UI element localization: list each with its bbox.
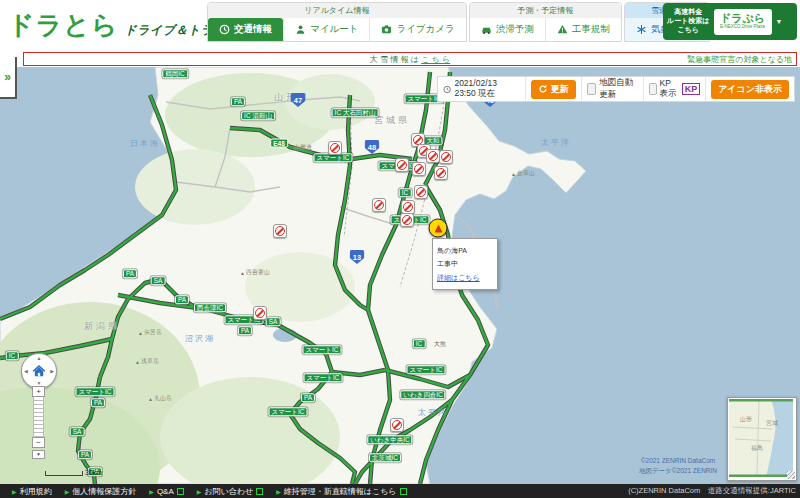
- closure-icon[interactable]: [401, 200, 415, 214]
- interchange-label[interactable]: いわき四倉IC: [400, 390, 445, 399]
- closure-icon[interactable]: [412, 162, 426, 176]
- mountain-label: ▲金華山: [511, 169, 535, 178]
- minimap-resize-handle[interactable]: [787, 471, 795, 479]
- construction-icon[interactable]: [429, 219, 448, 238]
- map-tooltip: 鳥の海PA 工事中 詳細はこちら: [432, 238, 498, 290]
- interchange-label[interactable]: 北茨城IC: [369, 453, 401, 462]
- mountain-label: ▲矢筈岳: [138, 328, 162, 337]
- interchange-label[interactable]: スマートIC: [407, 365, 446, 374]
- closure-icon[interactable]: [414, 185, 428, 199]
- tab-label: ライブカメラ: [396, 23, 454, 36]
- alert-link[interactable]: こ ち ら: [421, 55, 450, 64]
- scale-bar: [45, 471, 83, 476]
- warning-icon: [557, 24, 568, 35]
- tab-マイルート[interactable]: マイルート: [283, 18, 369, 41]
- water-label: 日本海: [130, 138, 160, 149]
- map-canvas[interactable]: 山形県宮城県新潟県日本海太平洋太平洋沼沢湖▲金華山▲西吾妻山▲矢筈岳▲浅草岳▲丸…: [0, 67, 800, 484]
- footer-link-お問い合わせ[interactable]: ▶お問い合わせ: [197, 486, 263, 497]
- drapla-logo[interactable]: ドラぷら E-NEXCO Drive Plaza: [714, 9, 772, 35]
- tab-工事規制[interactable]: 工事規制: [545, 18, 621, 41]
- interchange-label[interactable]: PA: [78, 450, 92, 459]
- sidebar-expand-button[interactable]: »: [0, 57, 17, 99]
- interchange-label[interactable]: 西会津IC: [194, 303, 226, 312]
- tab-ライブカメラ[interactable]: ライブカメラ: [369, 18, 465, 41]
- alert-text: 大 雪 情 報 は こ ち ら: [370, 54, 450, 65]
- interchange-label[interactable]: IC 大石田村山: [332, 108, 379, 117]
- home-icon[interactable]: [32, 364, 46, 378]
- map-copyright: ©2021 ZENRIN DataCom 地図データ©2021 ZENRIN: [628, 456, 728, 476]
- nav-group: 予測・予定情報渋滞予測工事規制: [469, 2, 622, 42]
- footer-link-維持管理・新直轄情報はこちら[interactable]: ▶維持管理・新直轄情報はこちら: [276, 486, 406, 497]
- mountain-label: ▲浅草岳: [135, 357, 159, 366]
- refresh-button[interactable]: 更新: [531, 80, 576, 99]
- roadname-label: 山形道: [294, 143, 312, 152]
- tooltip-title: 鳥の海PA: [437, 244, 493, 257]
- hide-icons-button[interactable]: アイコン非表示: [711, 80, 789, 99]
- map-timestamp: 2021/02/13 23:50 現在: [454, 78, 519, 100]
- chevron-down-icon[interactable]: ▼: [776, 18, 783, 25]
- icons-toggle-group: アイコン非表示: [705, 77, 794, 101]
- pan-up-arrow[interactable]: ▲: [37, 356, 42, 361]
- interchange-label[interactable]: スマートIC: [76, 387, 115, 396]
- interchange-label[interactable]: PA: [175, 295, 189, 304]
- overview-minimap[interactable]: 山形宮城福島: [727, 397, 797, 481]
- pan-left-arrow[interactable]: ◀: [24, 369, 28, 374]
- closure-icon[interactable]: [434, 166, 448, 180]
- closure-icon[interactable]: [328, 141, 342, 155]
- closure-icon[interactable]: [426, 149, 440, 163]
- tab-渋滞予測[interactable]: 渋滞予測: [470, 18, 545, 41]
- interchange-label[interactable]: IC: [399, 188, 412, 197]
- zoom-out-button[interactable]: −: [32, 437, 45, 448]
- kp-badge: KP: [682, 83, 701, 95]
- closure-icon[interactable]: [390, 418, 404, 432]
- interchange-label[interactable]: SA: [151, 276, 166, 285]
- pan-right-arrow[interactable]: ▶: [50, 369, 54, 374]
- interchange-label[interactable]: PA: [301, 393, 315, 402]
- interchange-label[interactable]: スマートIC: [303, 345, 342, 354]
- map-markers: 山形県宮城県新潟県日本海太平洋太平洋沼沢湖▲金華山▲西吾妻山▲矢筈岳▲浅草岳▲丸…: [0, 67, 800, 484]
- nav-group: リアルタイム情報交通情報マイルートライブカメラ: [207, 2, 467, 42]
- kp-checkbox[interactable]: [649, 83, 657, 95]
- route-shield: 47: [291, 93, 306, 107]
- interchange-label[interactable]: IC: [413, 339, 426, 348]
- interchange-label[interactable]: スマートIC: [269, 407, 308, 416]
- footer-link-個人情報保護方針[interactable]: ▶個人情報保護方針: [65, 486, 137, 497]
- closure-icon[interactable]: [372, 198, 386, 212]
- closure-icon[interactable]: [400, 213, 414, 227]
- footer-link-利用規約[interactable]: ▶利用規約: [12, 486, 52, 497]
- interchange-label[interactable]: SA: [266, 317, 281, 326]
- mountain-label: ▲西吾妻山: [240, 268, 270, 277]
- closure-icon[interactable]: [439, 150, 453, 164]
- closure-icon[interactable]: [395, 158, 409, 172]
- zoom-collapse-button[interactable]: ▼: [32, 450, 45, 459]
- interchange-label[interactable]: いわき中央IC: [367, 435, 412, 444]
- closure-icon[interactable]: [253, 306, 267, 320]
- map-control-bar: 2021/02/13 23:50 現在 更新 地図自動更新 KP表示 KP アイ…: [437, 76, 795, 102]
- zoom-track[interactable]: [33, 397, 44, 437]
- interchange-label[interactable]: SA: [70, 427, 85, 436]
- timestamp-group: 2021/02/13 23:50 現在: [438, 77, 525, 101]
- interchange-label[interactable]: IC 湯殿山: [241, 111, 275, 120]
- tooltip-detail-link[interactable]: 詳細はこちら: [437, 271, 493, 284]
- water-label: 沼沢湖: [185, 333, 215, 344]
- roadname-label: 大熊: [434, 340, 446, 349]
- auto-update-checkbox[interactable]: [587, 83, 597, 95]
- interchange-label[interactable]: PA: [238, 326, 252, 335]
- scale-label: 30km: [85, 469, 102, 476]
- arrow-icon: ▶: [12, 488, 17, 495]
- interchange-label[interactable]: PA: [91, 398, 105, 407]
- interchange-label[interactable]: IC: [6, 351, 19, 360]
- tab-交通情報[interactable]: 交通情報: [208, 18, 283, 41]
- footer-link-Q&A[interactable]: ▶Q&A: [149, 487, 184, 496]
- interchange-label[interactable]: PA: [123, 269, 137, 278]
- water-label: 太平洋: [418, 407, 448, 418]
- interchange-label[interactable]: スマートIC: [304, 373, 343, 382]
- mountain-label: ▲丸山岳: [148, 394, 172, 403]
- interchange-label[interactable]: 鶴岡IC: [162, 69, 188, 78]
- map-pan-control[interactable]: ▲ ▼ ◀ ▶: [21, 353, 57, 389]
- interchange-label[interactable]: PA: [231, 97, 245, 106]
- route-shield: 13: [350, 250, 365, 264]
- drapla-panel[interactable]: 高速料金 ルート検索は こちら ドラぷら E-NEXCO Drive Plaza…: [663, 3, 797, 40]
- zoom-in-button[interactable]: +: [32, 386, 45, 397]
- closure-icon[interactable]: [273, 224, 287, 238]
